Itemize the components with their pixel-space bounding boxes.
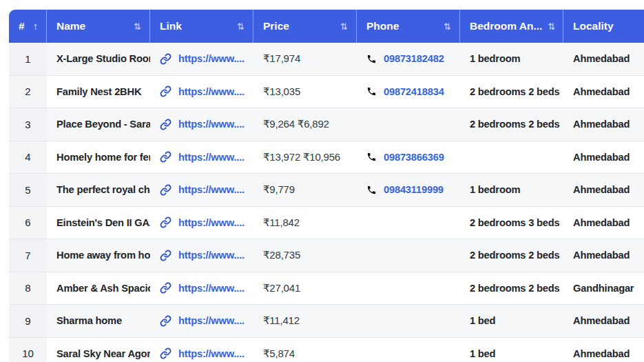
listing-link[interactable]: https://www....	[178, 119, 245, 130]
column-label: Name	[56, 20, 85, 32]
sort-icon[interactable]: ⇅	[134, 21, 141, 32]
cell-link: https://www....	[150, 272, 253, 305]
cell-phone: 09873182482	[357, 43, 460, 75]
link-icon[interactable]	[160, 217, 172, 228]
cell-bedroom: 2 bedrooms 2 beds	[460, 108, 563, 141]
cell-name: X-Large Studio Room	[47, 43, 150, 75]
column-label: Link	[160, 20, 182, 32]
cell-index: 3	[9, 108, 47, 141]
cell-bedroom: 2 bedrooms 2 beds	[460, 272, 563, 305]
table-row: 9Sharma homehttps://www....₹11,4121 bedA…	[9, 305, 644, 338]
link-icon[interactable]	[160, 282, 172, 294]
cell-phone	[357, 305, 460, 337]
cell-name: The perfect royal char	[47, 174, 150, 206]
table-row: 2Family Nest 2BHKhttps://www....₹13,0350…	[9, 76, 644, 109]
cell-link: https://www....	[150, 174, 253, 206]
link-icon[interactable]	[160, 53, 172, 65]
link-icon[interactable]	[160, 315, 172, 327]
link-icon[interactable]	[160, 348, 172, 359]
listing-link[interactable]: https://www....	[178, 250, 245, 261]
cell-price: ₹11,412	[253, 305, 357, 337]
cell-price: ₹9,779	[253, 174, 357, 206]
cell-index: 5	[9, 174, 47, 206]
sort-icon[interactable]: ⇅	[548, 21, 555, 32]
cell-index: 4	[9, 141, 47, 174]
sort-icon[interactable]: ⇅	[444, 21, 451, 32]
link-icon[interactable]	[160, 86, 172, 97]
cell-locality: Ahmedabad	[563, 338, 644, 362]
table-row: 8Amber & Ash Spaciouhttps://www....₹27,0…	[9, 272, 644, 305]
link-icon[interactable]	[160, 119, 172, 130]
phone-number-link[interactable]: 09843119999	[384, 184, 444, 195]
cell-name: Amber & Ash Spaciou	[47, 272, 150, 305]
cell-name: Place Beyond - Sarasv	[47, 108, 150, 141]
table-row: 10Saral Sky Near Agorahttps://www....₹5,…	[9, 338, 644, 362]
column-label: Bedroom An...	[470, 20, 542, 32]
cell-bedroom: 1 bedroom	[460, 174, 563, 206]
phone-number-link[interactable]: 09872418834	[384, 86, 444, 97]
cell-phone	[357, 272, 460, 305]
column-header-price[interactable]: Price⇅	[253, 10, 357, 43]
cell-phone	[357, 108, 460, 141]
cell-price: ₹28,735	[253, 239, 357, 272]
listing-link[interactable]: https://www....	[178, 217, 245, 228]
table-row: 3Place Beyond - Sarasvhttps://www....₹9,…	[9, 108, 644, 141]
cell-link: https://www....	[150, 141, 253, 174]
cell-name: Saral Sky Near Agora	[47, 338, 150, 362]
cell-phone	[357, 207, 460, 239]
cell-bedroom: 1 bed	[460, 305, 563, 337]
column-header-index[interactable]: #↑	[9, 10, 47, 43]
phone-icon	[366, 185, 377, 195]
cell-name: Einstein's Den II GA2 •	[47, 207, 150, 239]
cell-phone: 09843119999	[357, 174, 460, 206]
cell-bedroom: 1 bedroom	[460, 43, 563, 75]
cell-bedroom: 2 bedrooms 3 beds	[460, 207, 563, 239]
listing-link[interactable]: https://www....	[178, 152, 245, 163]
cell-link: https://www....	[150, 43, 253, 75]
link-icon[interactable]	[160, 151, 172, 163]
cell-locality: Ahmedabad	[563, 305, 644, 337]
cell-name: Home away from hom	[47, 239, 150, 272]
cell-price: ₹27,041	[253, 272, 357, 305]
table-row: 1X-Large Studio Roomhttps://www....₹17,9…	[9, 43, 644, 76]
cell-price: ₹11,842	[253, 207, 357, 239]
cell-name: Homely home for fem	[47, 141, 150, 174]
column-label: Phone	[366, 20, 399, 32]
cell-price: ₹9,264 ₹6,892	[253, 108, 357, 141]
listing-link[interactable]: https://www....	[178, 315, 245, 326]
cell-index: 8	[9, 272, 47, 305]
sort-icon[interactable]: ⇅	[340, 21, 348, 32]
cell-index: 9	[9, 305, 47, 337]
listing-link[interactable]: https://www....	[178, 184, 245, 195]
cell-name: Sharma home	[47, 305, 150, 337]
listing-link[interactable]: https://www....	[178, 283, 245, 294]
column-header-locality[interactable]: Locality	[563, 10, 644, 43]
cell-price: ₹17,974	[253, 43, 357, 75]
table-row: 4Homely home for femhttps://www....₹13,9…	[9, 141, 644, 174]
sort-icon[interactable]: ⇅	[237, 21, 245, 32]
cell-phone	[357, 239, 460, 272]
sort-asc-icon[interactable]: ↑	[33, 21, 38, 32]
column-header-phone[interactable]: Phone⇅	[357, 10, 460, 43]
column-label: Locality	[573, 20, 614, 32]
column-label: Price	[263, 20, 289, 32]
phone-number-link[interactable]: 09873182482	[384, 53, 444, 64]
table-header-row: #↑Name⇅Link⇅Price⇅Phone⇅Bedroom An...⇅Lo…	[9, 10, 644, 43]
cell-index: 6	[9, 207, 47, 239]
listing-link[interactable]: https://www....	[178, 86, 245, 97]
column-header-name[interactable]: Name⇅	[47, 10, 150, 43]
cell-bedroom	[460, 141, 563, 174]
listing-link[interactable]: https://www....	[178, 348, 245, 359]
link-icon[interactable]	[160, 250, 172, 261]
cell-locality: Ahmedabad	[563, 76, 644, 108]
table-row: 6Einstein's Den II GA2 •https://www....₹…	[9, 207, 644, 240]
listing-link[interactable]: https://www....	[178, 53, 245, 64]
link-icon[interactable]	[160, 184, 172, 196]
column-header-link[interactable]: Link⇅	[150, 10, 253, 43]
column-header-bedroom[interactable]: Bedroom An...⇅	[460, 10, 563, 43]
phone-number-link[interactable]: 09873866369	[384, 152, 444, 163]
phone-icon	[366, 152, 377, 162]
cell-locality: Ahmedabad	[563, 108, 644, 141]
phone-icon	[366, 54, 377, 64]
column-label: #	[19, 20, 25, 32]
